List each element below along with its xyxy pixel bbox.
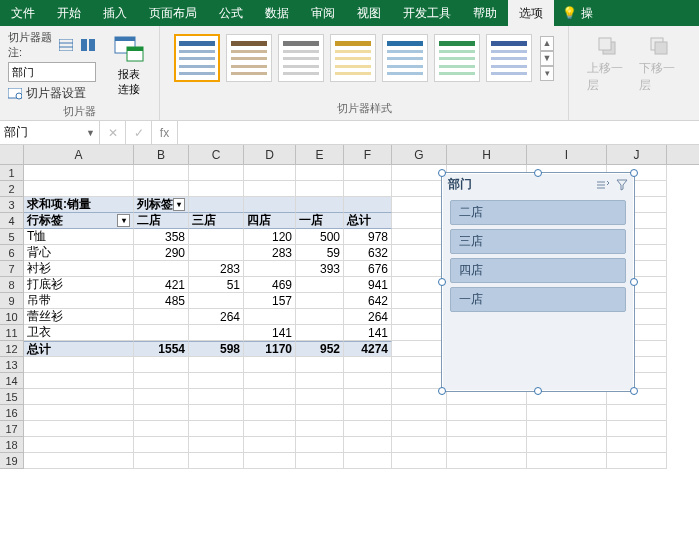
cell[interactable]: 283 — [244, 245, 296, 261]
col-header-H[interactable]: H — [447, 145, 527, 164]
col-header-J[interactable]: J — [607, 145, 667, 164]
ribbon-tab-6[interactable]: 审阅 — [300, 0, 346, 26]
select-all-corner[interactable] — [0, 145, 24, 164]
cell[interactable]: 421 — [134, 277, 189, 293]
cell[interactable] — [24, 181, 134, 197]
cell[interactable] — [392, 341, 447, 357]
row-header[interactable]: 6 — [0, 245, 24, 261]
cell[interactable] — [189, 405, 244, 421]
cell[interactable] — [392, 357, 447, 373]
cell[interactable] — [344, 165, 392, 181]
row-header[interactable]: 17 — [0, 421, 24, 437]
slicer-style-2[interactable] — [226, 34, 272, 82]
col-header-C[interactable]: C — [189, 145, 244, 164]
cell[interactable] — [527, 453, 607, 469]
cell[interactable]: 283 — [189, 261, 244, 277]
cell[interactable] — [244, 181, 296, 197]
slicer-caption-input[interactable] — [8, 62, 96, 82]
ribbon-tab-9[interactable]: 帮助 — [462, 0, 508, 26]
col-header-A[interactable]: A — [24, 145, 134, 164]
cell[interactable] — [392, 309, 447, 325]
slicer-item[interactable]: 三店 — [450, 229, 626, 254]
row-header[interactable]: 2 — [0, 181, 24, 197]
cell[interactable] — [527, 437, 607, 453]
slicer-item[interactable]: 一店 — [450, 287, 626, 312]
report-connections-button[interactable]: 报表 连接 — [106, 30, 151, 100]
cell[interactable] — [296, 197, 344, 213]
ribbon-tab-5[interactable]: 数据 — [254, 0, 300, 26]
cell[interactable]: 120 — [244, 229, 296, 245]
style-down-icon[interactable]: ▼ — [540, 51, 554, 66]
cell[interactable] — [296, 357, 344, 373]
col-header-D[interactable]: D — [244, 145, 296, 164]
cell[interactable] — [189, 373, 244, 389]
cell[interactable]: 求和项:销量 — [24, 197, 134, 213]
col-header-E[interactable]: E — [296, 145, 344, 164]
cell[interactable] — [189, 245, 244, 261]
row-header[interactable]: 3 — [0, 197, 24, 213]
name-box-dropdown-icon[interactable]: ▼ — [86, 128, 95, 138]
cell[interactable] — [244, 405, 296, 421]
cell[interactable] — [344, 357, 392, 373]
slicer-style-7[interactable] — [486, 34, 532, 82]
cell[interactable] — [134, 325, 189, 341]
col-header-I[interactable]: I — [527, 145, 607, 164]
ribbon-tab-1[interactable]: 开始 — [46, 0, 92, 26]
cell[interactable] — [392, 453, 447, 469]
cell[interactable] — [134, 357, 189, 373]
cell[interactable] — [244, 453, 296, 469]
cell[interactable]: 背心 — [24, 245, 134, 261]
row-header[interactable]: 9 — [0, 293, 24, 309]
cell[interactable] — [344, 405, 392, 421]
cell[interactable] — [344, 437, 392, 453]
ribbon-tab-4[interactable]: 公式 — [208, 0, 254, 26]
cell[interactable] — [134, 261, 189, 277]
cell[interactable]: 264 — [189, 309, 244, 325]
cell[interactable] — [189, 325, 244, 341]
name-box[interactable]: 部门 ▼ — [0, 121, 100, 144]
slicer-style-6[interactable] — [434, 34, 480, 82]
slicer[interactable]: 部门 二店三店四店一店 — [441, 172, 635, 392]
cell[interactable] — [344, 389, 392, 405]
cell[interactable] — [134, 373, 189, 389]
cell[interactable]: 264 — [344, 309, 392, 325]
cell[interactable] — [392, 405, 447, 421]
cell[interactable]: 642 — [344, 293, 392, 309]
cell[interactable] — [392, 261, 447, 277]
cell[interactable] — [392, 421, 447, 437]
cell[interactable] — [189, 181, 244, 197]
cell[interactable] — [296, 165, 344, 181]
cell[interactable] — [447, 453, 527, 469]
cell[interactable] — [296, 325, 344, 341]
cell[interactable]: 952 — [296, 341, 344, 357]
cell[interactable] — [244, 389, 296, 405]
cell[interactable] — [189, 389, 244, 405]
cell[interactable] — [189, 197, 244, 213]
col-header-G[interactable]: G — [392, 145, 447, 164]
row-header[interactable]: 4 — [0, 213, 24, 229]
slicer-style-4[interactable] — [330, 34, 376, 82]
cell[interactable] — [607, 437, 667, 453]
cell[interactable] — [607, 421, 667, 437]
cell[interactable]: 141 — [344, 325, 392, 341]
slicer-style-3[interactable] — [278, 34, 324, 82]
cell[interactable] — [296, 293, 344, 309]
col-header-B[interactable]: B — [134, 145, 189, 164]
cell[interactable] — [189, 357, 244, 373]
cell[interactable] — [344, 421, 392, 437]
cell[interactable]: 941 — [344, 277, 392, 293]
clear-filter-icon[interactable] — [616, 179, 628, 191]
cell[interactable] — [527, 421, 607, 437]
cell[interactable]: 978 — [344, 229, 392, 245]
cell[interactable] — [392, 213, 447, 229]
ribbon-tab-10[interactable]: 选项 — [508, 0, 554, 26]
cell[interactable] — [296, 421, 344, 437]
cell[interactable]: 1170 — [244, 341, 296, 357]
cell[interactable]: 二店 — [134, 213, 189, 229]
cell[interactable] — [24, 373, 134, 389]
ribbon-tab-2[interactable]: 插入 — [92, 0, 138, 26]
cell[interactable] — [244, 373, 296, 389]
ribbon-tab-8[interactable]: 开发工具 — [392, 0, 462, 26]
cell[interactable]: 51 — [189, 277, 244, 293]
row-header[interactable]: 15 — [0, 389, 24, 405]
